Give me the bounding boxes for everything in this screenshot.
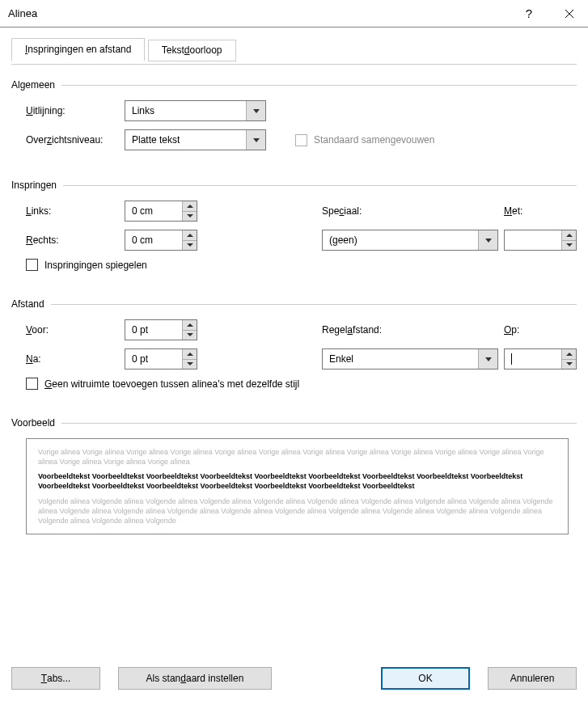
preview-prev: Vorige alinea Vorige alinea Vorige aline… xyxy=(38,447,556,467)
spinner-up-icon[interactable] xyxy=(183,230,197,241)
spinner-na[interactable]: 0 pt xyxy=(125,348,197,370)
spinner-down-icon[interactable] xyxy=(183,331,197,340)
spinner-rechts[interactable]: 0 cm xyxy=(125,230,197,251)
close-icon xyxy=(565,9,574,19)
chevron-down-icon xyxy=(246,130,265,150)
spinner-up-icon[interactable] xyxy=(562,230,576,241)
select-regelafstand[interactable]: Enkel xyxy=(322,348,498,370)
label-overzichtsniveau: Overzichtsniveau: xyxy=(11,134,125,146)
spinner-down-icon[interactable] xyxy=(183,212,197,222)
label-links: Links: xyxy=(11,205,125,217)
spinner-down-icon[interactable] xyxy=(183,241,197,251)
spinner-links-value: 0 cm xyxy=(125,205,182,217)
section-title-afstand: Afstand xyxy=(11,298,44,310)
section-title-algemeen: Algemeen xyxy=(11,79,55,91)
select-regelafstand-value: Enkel xyxy=(323,353,478,365)
tab-strip: Inspringingen en afstand Tekstdoorloop xyxy=(11,37,577,61)
window-title: Alinea xyxy=(8,7,37,19)
label-uitlijning: Uitlijning: xyxy=(11,105,125,116)
spinner-down-icon[interactable] xyxy=(562,241,576,251)
close-button[interactable] xyxy=(551,0,588,27)
spinner-down-icon[interactable] xyxy=(183,360,197,370)
select-speciaal[interactable]: (geen) xyxy=(322,230,498,251)
checkbox-standaard-samengevouwen: Standaard samengevouwen xyxy=(281,134,434,146)
checkbox-spiegelen[interactable]: Inspringingen spiegelen xyxy=(11,259,577,271)
select-uitlijning-value: Links xyxy=(125,105,246,116)
chevron-down-icon xyxy=(246,101,265,120)
checkbox-box xyxy=(295,134,307,146)
tabs-button[interactable]: Tabs... xyxy=(11,667,100,690)
spinner-links[interactable]: 0 cm xyxy=(125,201,197,222)
spinner-up-icon[interactable] xyxy=(183,349,197,360)
button-bar: Tabs... Als standaard instellen OK Annul… xyxy=(0,654,588,701)
label-rechts: Rechts: xyxy=(11,234,125,246)
section-title-voorbeeld: Voorbeeld xyxy=(11,417,55,429)
select-overzichtsniveau-value: Platte tekst xyxy=(125,134,246,146)
select-overzichtsniveau[interactable]: Platte tekst xyxy=(125,129,266,150)
spinner-up-icon[interactable] xyxy=(183,320,197,331)
preview-box: Vorige alinea Vorige alinea Vorige aline… xyxy=(26,438,569,534)
checkbox-box xyxy=(26,378,38,390)
spinner-voor[interactable]: 0 pt xyxy=(125,319,197,340)
section-algemeen: Algemeen Uitlijning: Links Overzichtsniv… xyxy=(11,79,577,150)
help-button[interactable]: ? xyxy=(510,0,548,27)
tab-inspringingen[interactable]: Inspringingen en afstand xyxy=(11,38,145,61)
spinner-up-icon[interactable] xyxy=(183,201,197,212)
chevron-down-icon xyxy=(478,349,497,369)
preview-sample: Voorbeeldtekst Voorbeeldtekst Voorbeeldt… xyxy=(38,471,556,491)
preview-next: Volgende alinea Volgende alinea Volgende… xyxy=(38,496,556,526)
section-inspringen: Inspringen Links: 0 cm Speciaal: Met: Re… xyxy=(11,179,577,271)
titlebar: Alinea ? xyxy=(0,0,588,27)
checkbox-label-geen-witruimte: Geen witruimte toevoegen tussen alinea's… xyxy=(44,378,299,390)
label-speciaal: Speciaal: xyxy=(322,205,504,217)
section-voorbeeld: Voorbeeld Vorige alinea Vorige alinea Vo… xyxy=(11,417,577,534)
als-standaard-button[interactable]: Als standaard instellen xyxy=(118,667,272,690)
label-op: Op: xyxy=(504,324,577,336)
label-met: Met: xyxy=(504,205,577,217)
tab-tekstdoorloop[interactable]: Tekstdoorloop xyxy=(148,40,236,61)
spinner-op-value xyxy=(505,353,561,365)
checkbox-label-standaard: Standaard samengevouwen xyxy=(314,134,434,146)
spinner-down-icon[interactable] xyxy=(562,360,576,370)
label-na: Na: xyxy=(11,353,125,365)
section-afstand: Afstand Voor: 0 pt Regelafstand: Op: Na:… xyxy=(11,298,577,390)
checkbox-geen-witruimte[interactable]: Geen witruimte toevoegen tussen alinea's… xyxy=(11,378,577,390)
select-speciaal-value: (geen) xyxy=(323,234,478,246)
spinner-na-value: 0 pt xyxy=(125,353,182,365)
chevron-down-icon xyxy=(478,230,497,250)
spinner-op[interactable] xyxy=(504,348,577,370)
select-uitlijning[interactable]: Links xyxy=(125,100,266,121)
section-title-inspringen: Inspringen xyxy=(11,179,57,191)
checkbox-label-spiegelen: Inspringingen spiegelen xyxy=(44,260,147,271)
label-regelafstand: Regelafstand: xyxy=(322,324,504,336)
label-voor: Voor: xyxy=(11,324,125,336)
spinner-met[interactable] xyxy=(504,230,577,251)
checkbox-box xyxy=(26,259,38,271)
spinner-voor-value: 0 pt xyxy=(125,324,182,336)
ok-button[interactable]: OK xyxy=(381,667,470,690)
annuleren-button[interactable]: Annuleren xyxy=(488,667,577,690)
spinner-rechts-value: 0 cm xyxy=(125,234,182,246)
spinner-up-icon[interactable] xyxy=(562,349,576,360)
